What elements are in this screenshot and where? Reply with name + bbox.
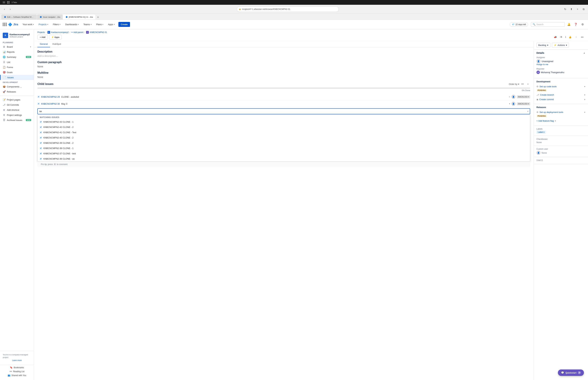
sidebar-item-reports[interactable]: 📊 Reports (0, 49, 34, 55)
browser-tab-2[interactable]: 🔵 Issue navigator - Jira (37, 15, 63, 19)
breadcrumb-projects[interactable]: Projects (38, 31, 45, 34)
reload-button[interactable]: ↻ (563, 7, 568, 12)
svg-rect-1 (3, 2, 5, 2)
nav-teams[interactable]: Teams ▾ (82, 22, 93, 27)
child-issue-row-30: ✔ KNBCNCMPN2-30 May 3 ▾ 👤 BACKLOG ▾ (38, 100, 530, 107)
settings-button[interactable]: ⚙ (580, 22, 585, 27)
sidebar-item-archived-issues[interactable]: 🗄 Archived issues NEW (0, 117, 34, 123)
breadcrumb-add-parent[interactable]: ✏ Add parent (71, 31, 83, 34)
trial-badge[interactable]: 💎 22 days left (510, 22, 528, 27)
child-issue-id-29[interactable]: KNBCNCMPN2-29 (41, 95, 60, 98)
quickstart-label: Quickstart (566, 372, 576, 374)
tab-general[interactable]: General (38, 41, 50, 47)
grid-icon[interactable] (7, 1, 10, 3)
backlog-dropdown[interactable]: Backlog ▾ (536, 43, 550, 48)
sidebar-item-list[interactable]: ☰ List (0, 59, 34, 65)
breadcrumb-issue[interactable]: KNBCNCMPN2-31 (90, 31, 107, 34)
nav-projects[interactable]: Projects ▾ (37, 22, 50, 27)
reading-list-item[interactable]: 👓 Reading List (9, 370, 24, 373)
shared-item[interactable]: 👥 Shared with You (8, 374, 26, 377)
details-section: Details ▲ Assignee 👤 Unassigned Assign t… (534, 50, 588, 78)
sidebar-item-board[interactable]: ⊞ Board ▾ (0, 44, 34, 49)
sidebar-toggle-icon[interactable] (3, 1, 5, 3)
child-search-input[interactable] (39, 109, 528, 113)
share-button[interactable]: ⬆ (569, 7, 574, 12)
browser-tab-1[interactable]: 🔵 Edit — Software Simplified Workflow fo… (1, 15, 37, 19)
address-bar[interactable]: 🔒 mrajtest47-1.atlassian.net/browse/KNBC… (237, 6, 339, 12)
apps-button[interactable]: ⚡ Apps (49, 35, 62, 39)
notifications-button[interactable]: 🔔 (566, 22, 572, 27)
project-settings-icon: ⚙ (3, 114, 5, 116)
nav-your-work[interactable]: Your work ▾ (21, 22, 35, 27)
description-placeholder[interactable]: Add a description... (38, 55, 530, 57)
bookmarks-item[interactable]: 🔖 Bookmarks (10, 366, 24, 369)
svg-rect-3 (7, 1, 8, 2)
sidebar-item-project-pages[interactable]: 📝 Project pages (0, 97, 34, 102)
details-header[interactable]: Details ▲ (536, 52, 585, 54)
sidebar-item-add-shortcut[interactable]: ⊕ Add shortcut (0, 107, 34, 113)
sidebar-item-forms[interactable]: 📋 Forms (0, 65, 34, 70)
forward-button[interactable]: › (8, 7, 13, 12)
matching-checkbox-4: ✔ (40, 142, 42, 144)
matching-item-6[interactable]: ✔ KNBCNCMPN2-37 CLONE - test (38, 151, 530, 156)
matching-item-2[interactable]: ✔ KNBCNCMPN2-41 CLONE - Test (38, 130, 530, 135)
add-tab-button[interactable]: + (96, 15, 100, 19)
matching-item-1[interactable]: ✔ KNBCNCMPN2-42 CLONE - 2 (38, 125, 530, 130)
quickstart-button[interactable]: 💬 Quickstart ✕ (558, 369, 584, 376)
sidebar-item-project-settings[interactable]: ⚙ Project settings (0, 113, 34, 117)
assign-me-link[interactable]: Assign to me (536, 63, 585, 66)
actions-button[interactable]: ⚡ Actions ▾ (552, 43, 569, 48)
setup-code-link[interactable]: ⚙ Set up code tools (536, 85, 556, 88)
matching-item-5[interactable]: ✔ KNBCNCMPN2-38 CLONE - 1 (38, 146, 530, 151)
setup-deployment-link[interactable]: ⚙ Set up deployment tools (536, 111, 563, 114)
nav-plans[interactable]: Plans ▾ (95, 22, 105, 27)
tab-label-3: [KNBCNCMPN2-31] 11 - Jira (69, 16, 93, 18)
sidebar-item-git-commits[interactable]: ⎇ Git Commits (0, 102, 34, 107)
learn-more-link[interactable]: Learn more (3, 359, 31, 361)
child-issue-search-row[interactable]: ▾ (38, 108, 530, 114)
more-button[interactable]: ••• (580, 35, 585, 39)
window-button[interactable]: ⧉ (581, 7, 586, 12)
sidebar-item-components[interactable]: 📦 Components ... (0, 84, 34, 89)
child-add-button[interactable]: + (526, 82, 530, 86)
nav-filters[interactable]: Filters ▾ (51, 22, 62, 27)
sidebar-item-summary[interactable]: 🌐 Summary NEW (0, 55, 34, 59)
quickstart-close[interactable]: ✕ (578, 371, 581, 374)
child-issue-checkbox-30[interactable]: ✔ (38, 103, 40, 105)
nav-apps[interactable]: Apps ▾ (106, 22, 116, 27)
matching-item-0[interactable]: ✔ KNBCNCMPN2-43 CLONE - 1 (38, 119, 530, 125)
breadcrumb-project[interactable]: Kanbacncompany2 (51, 31, 69, 34)
create-commit-link[interactable]: ◉ Create commit (536, 98, 554, 101)
add-feature-flag[interactable]: + Add feature flag ▾ (536, 118, 585, 123)
child-issue-status-29[interactable]: BACKLOG ▾ (517, 95, 530, 98)
order-by-button[interactable]: Order by ▾ (509, 83, 519, 85)
watch-button[interactable]: 👁 (559, 35, 564, 39)
like-button[interactable]: 👍 (568, 35, 572, 39)
child-issue-id-30[interactable]: KNBCNCMPN2-30 (41, 103, 60, 105)
nav-dashboards[interactable]: Dashboards ▾ (63, 22, 80, 27)
sidebar-item-issues[interactable]: 📄 Issues (0, 75, 34, 80)
description-section: Description Add a description... (38, 50, 530, 57)
child-issue-status-30[interactable]: BACKLOG ▾ (517, 102, 530, 105)
create-button[interactable]: Create (118, 22, 130, 27)
sidebar-item-goals[interactable]: 🎯 Goals (0, 70, 34, 75)
matching-item-7[interactable]: ✔ KNBCNCMPN2-36 CLONE - as (38, 156, 530, 161)
share-button[interactable]: ↑ (574, 35, 578, 39)
child-issue-checkbox-29[interactable]: ✔ (38, 95, 40, 98)
child-more-button[interactable]: ••• (520, 82, 525, 86)
sidebar-item-releases[interactable]: 🚀 Releases (0, 89, 34, 94)
back-button[interactable]: ‹ (2, 7, 7, 12)
apps-grid-icon[interactable] (3, 23, 7, 26)
add-button[interactable]: + Add (38, 35, 48, 39)
search-icon: 🔍 (533, 23, 535, 26)
megaphone-button[interactable]: 📣 (553, 35, 558, 39)
jira-logo-text: Jira (13, 23, 18, 26)
new-tab-button[interactable]: ＋ (575, 7, 580, 12)
tab-hubspot[interactable]: HubSpot (50, 41, 63, 47)
search-box[interactable]: 🔍 Search (531, 22, 565, 27)
browser-tab-3[interactable]: 🔵 [KNBCNCMPN2-31] 11 - Jira (63, 15, 95, 19)
create-branch-link[interactable]: ⎇ Create branch (536, 94, 554, 96)
matching-item-4[interactable]: ✔ KNBCNCMPN2-39 CLONE - 2 (38, 140, 530, 146)
help-button[interactable]: ❓ (573, 22, 578, 27)
matching-item-3[interactable]: ✔ KNBCNCMPN2-40 CLONE - 2 (38, 135, 530, 140)
